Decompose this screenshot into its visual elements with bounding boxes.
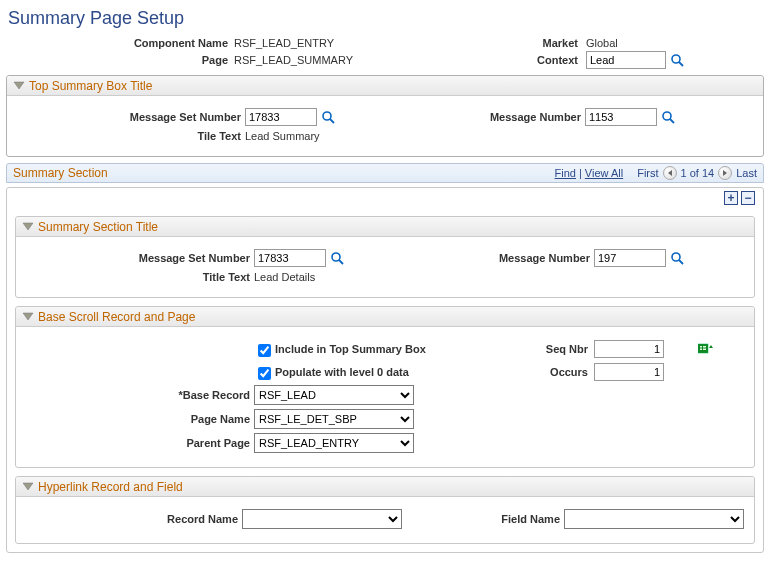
page-value: RSF_LEAD_SUMMARY — [234, 54, 353, 66]
sec-msg-set-input[interactable] — [254, 249, 326, 267]
sec-msg-num-input[interactable] — [594, 249, 666, 267]
occurs-label: Occurs — [514, 366, 594, 378]
summary-section-scrollbar: Summary Section Find | View All First 1 … — [6, 163, 764, 183]
include-in-top-summary-checkbox[interactable] — [258, 344, 271, 357]
next-row-icon[interactable] — [718, 166, 732, 180]
title-text-label: Title Text — [26, 271, 254, 283]
collapse-icon[interactable] — [22, 481, 34, 492]
prev-row-icon[interactable] — [663, 166, 677, 180]
last-link[interactable]: Last — [736, 167, 757, 179]
record-name-select[interactable] — [242, 509, 402, 529]
summary-section-scroll-body: + − Summary Section Title Message Set Nu… — [6, 187, 764, 553]
context-input[interactable] — [586, 51, 666, 69]
component-name-value: RSF_LEAD_ENTRY — [234, 37, 334, 49]
page-title: Summary Page Setup — [8, 8, 764, 29]
record-name-label: Record Name — [26, 513, 242, 525]
summary-section-title: Summary Section — [13, 166, 555, 180]
collapse-icon[interactable] — [13, 80, 25, 91]
section-title-summary-section-title: Summary Section Title — [38, 220, 158, 234]
populate-level0-checkbox[interactable] — [258, 367, 271, 380]
context-lookup-icon[interactable] — [670, 53, 684, 67]
context-label: Context — [526, 54, 584, 66]
parent-page-select[interactable]: RSF_LEAD_ENTRY — [254, 433, 414, 453]
delete-row-button[interactable]: − — [741, 191, 755, 205]
msg-number-label: Message Number — [455, 111, 585, 123]
page-name-select[interactable]: RSF_LE_DET_SBP — [254, 409, 414, 429]
field-name-label: Field Name — [441, 513, 564, 525]
populate-label: Populate with level 0 data — [275, 366, 409, 378]
base-record-select[interactable]: RSF_LEAD — [254, 385, 414, 405]
seq-nbr-input[interactable] — [594, 340, 664, 358]
base-scroll-record-box: Base Scroll Record and Page Include in T… — [15, 306, 755, 468]
first-link[interactable]: First — [637, 167, 658, 179]
component-name-label: Component Name — [6, 37, 234, 49]
msg-number-input[interactable] — [585, 108, 657, 126]
hyperlink-record-box: Hyperlink Record and Field Record Name F… — [15, 476, 755, 544]
section-title-top-summary-box: Top Summary Box Title — [29, 79, 152, 93]
collapse-icon[interactable] — [22, 311, 34, 322]
msg-set-number-label: Message Set Number — [17, 111, 245, 123]
msg-number-lookup-icon[interactable] — [661, 110, 675, 124]
include-label: Include in Top Summary Box — [275, 343, 426, 355]
market-label: Market — [526, 37, 584, 49]
title-text-value: Lead Details — [254, 271, 315, 283]
view-all-link[interactable]: View All — [585, 167, 623, 179]
add-row-button[interactable]: + — [724, 191, 738, 205]
base-record-label: *Base Record — [26, 389, 254, 401]
row-counter-text: 1 of 14 — [681, 167, 715, 179]
sec-msg-num-label: Message Number — [464, 252, 594, 264]
sec-msg-set-lookup-icon[interactable] — [330, 251, 344, 265]
section-title-hyperlink: Hyperlink Record and Field — [38, 480, 183, 494]
section-title-base-scroll: Base Scroll Record and Page — [38, 310, 195, 324]
summary-section-title-box: Summary Section Title Message Set Number… — [15, 216, 755, 298]
seq-nbr-label: Seq Nbr — [514, 343, 594, 355]
msg-set-number-input[interactable] — [245, 108, 317, 126]
market-value: Global — [586, 37, 618, 49]
field-name-select[interactable] — [564, 509, 744, 529]
page-label: Page — [6, 54, 234, 66]
top-summary-box-section: Top Summary Box Title Message Set Number… — [6, 75, 764, 157]
find-link[interactable]: Find — [555, 167, 576, 179]
msg-set-lookup-icon[interactable] — [321, 110, 335, 124]
occurs-input[interactable] — [594, 363, 664, 381]
page-name-label: Page Name — [26, 413, 254, 425]
sec-msg-num-lookup-icon[interactable] — [670, 251, 684, 265]
insert-row-icon[interactable] — [698, 342, 714, 356]
sec-msg-set-label: Message Set Number — [26, 252, 254, 264]
collapse-icon[interactable] — [22, 221, 34, 232]
parent-page-label: Parent Page — [26, 437, 254, 449]
tile-text-label: Tile Text — [17, 130, 245, 142]
tile-text-value: Lead Summary — [245, 130, 320, 142]
